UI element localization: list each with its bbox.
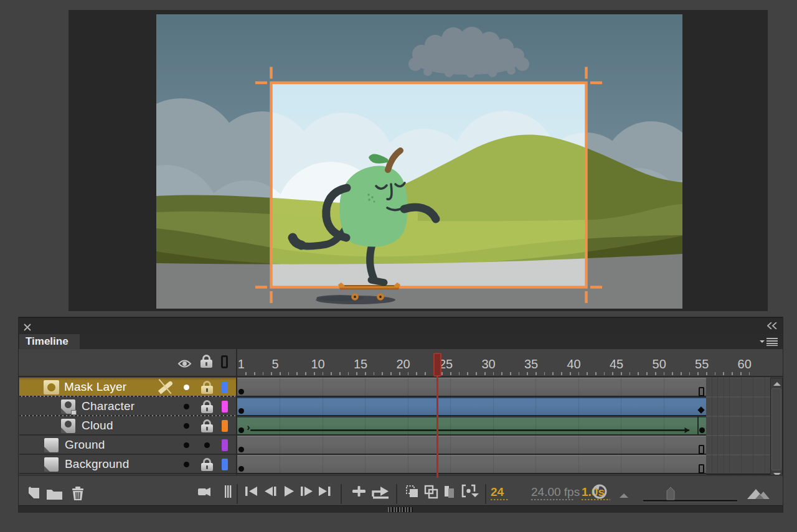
svg-text:24: 24 <box>491 485 504 498</box>
svg-text:24.00 fps: 24.00 fps <box>531 485 580 498</box>
